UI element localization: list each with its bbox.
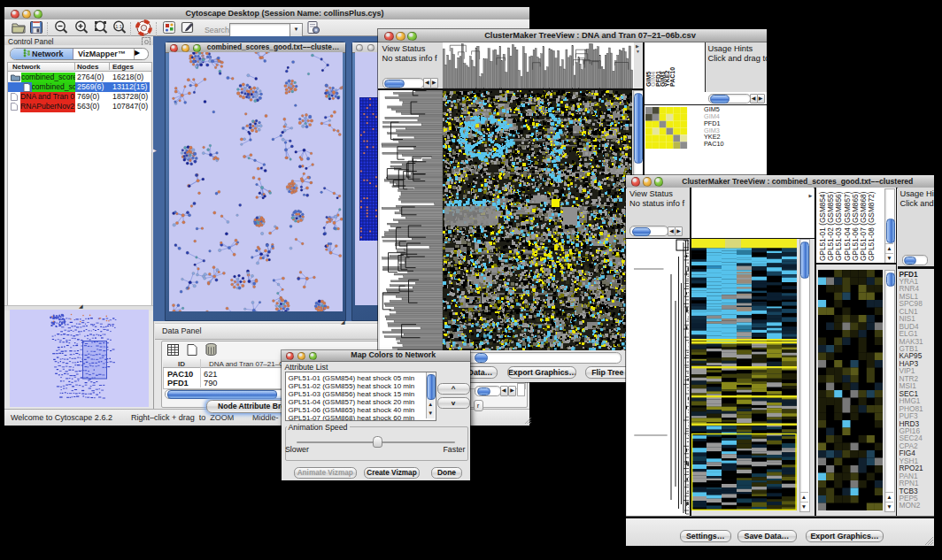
svg-text:1:1: 1:1 bbox=[115, 24, 122, 29]
